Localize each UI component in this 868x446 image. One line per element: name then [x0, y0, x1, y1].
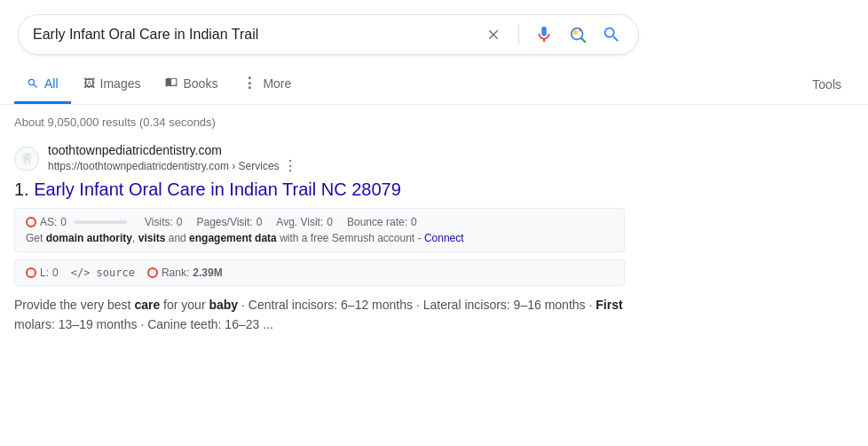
- tab-books[interactable]: Books: [153, 65, 230, 104]
- seo-promo-text3: and: [165, 232, 189, 244]
- seo-circle-2-icon: [26, 267, 36, 278]
- search-bar-container: [0, 0, 868, 64]
- search-input[interactable]: [33, 27, 472, 43]
- snippet-bold-first: First: [596, 298, 622, 312]
- search-tab-icon: [27, 77, 39, 90]
- results-count: About 9,050,000 results (0.34 seconds): [14, 115, 216, 129]
- seo-pages-stat: Pages/Visit: 0: [197, 216, 263, 228]
- seo-as-value: 0: [60, 216, 67, 228]
- tab-more-label: More: [263, 76, 291, 91]
- nav-tabs: All 🖼 Images Books ⋮ More Tools: [0, 64, 868, 105]
- snippet: Provide the very best care for your baby…: [14, 295, 625, 334]
- result-number: 1.: [14, 179, 29, 199]
- seo-promo-bold2: visits: [138, 232, 166, 244]
- seo-promo-bold1: domain authority: [46, 232, 132, 244]
- site-url: https://toothtownpediatricdentistry.com …: [48, 157, 297, 174]
- lens-button[interactable]: [565, 22, 590, 47]
- seo-visits-stat: Visits: 0: [145, 216, 182, 228]
- seo-visits-value: 0: [177, 216, 183, 228]
- favicon: 🦷: [14, 147, 39, 171]
- site-name: toothtownpediatricdentistry.com: [48, 143, 297, 157]
- seo-rank-value: 2.39M: [193, 267, 222, 279]
- books-icon: [165, 76, 178, 88]
- lens-icon: [568, 25, 588, 44]
- seo-as-label: AS:: [40, 216, 57, 228]
- tab-books-label: Books: [183, 76, 217, 91]
- images-tab-icon: 🖼: [83, 76, 95, 90]
- tab-more[interactable]: ⋮ More: [230, 64, 304, 105]
- tab-all-label: All: [44, 76, 59, 91]
- seo-promo-text2: ,: [132, 232, 138, 244]
- seo-rank-label: Rank:: [162, 267, 189, 279]
- seo-stats-row: AS: 0 Visits: 0 Pages/Visit: 0 Avg. Visi…: [26, 216, 613, 228]
- seo-rank-stat: Rank: 2.39M: [147, 267, 223, 279]
- seo-promo-bold3: engagement data: [189, 232, 277, 244]
- results-info: About 9,050,000 results (0.34 seconds): [0, 105, 868, 136]
- vertical-divider: [518, 24, 519, 45]
- seo-promo-text1: Get: [26, 232, 46, 244]
- seo-connect-link[interactable]: Connect: [424, 232, 464, 244]
- seo-pages-value: 0: [256, 216, 263, 228]
- svg-point-1: [573, 30, 579, 36]
- tools-tab[interactable]: Tools: [800, 67, 854, 102]
- snippet-bold-baby: baby: [209, 298, 238, 312]
- favicon-icon: 🦷: [20, 153, 34, 165]
- snippet-text-4: molars: 13–19 months · Canine teeth: 16–…: [14, 317, 273, 331]
- seo-l-stat: L: 0: [26, 267, 59, 279]
- snippet-bold-care: care: [134, 298, 160, 312]
- clear-icon: [485, 27, 501, 43]
- seo-as-stat: AS: 0: [26, 216, 130, 228]
- tab-images[interactable]: 🖼 Images: [71, 66, 154, 104]
- all-tab-icon: [27, 77, 39, 90]
- seo-l-label: L:: [40, 267, 49, 279]
- search-icon: [602, 25, 621, 44]
- site-text: toothtownpediatricdentistry.com https://…: [48, 143, 297, 174]
- result-container: 🦷 toothtownpediatricdentistry.com https:…: [0, 136, 639, 334]
- seo-circle-icon: [26, 217, 36, 227]
- seo-bar-1: AS: 0 Visits: 0 Pages/Visit: 0 Avg. Visi…: [14, 208, 625, 252]
- seo-bounce-label: Bounce rate:: [347, 216, 407, 228]
- snippet-text-3: · Central incisors: 6–12 months · Latera…: [238, 298, 596, 312]
- seo-bar-line: [74, 220, 127, 224]
- seo-pages-label: Pages/Visit:: [197, 216, 253, 228]
- seo-avg-stat: Avg. Visit: 0: [276, 216, 333, 228]
- site-menu-button[interactable]: ⋮: [283, 157, 297, 174]
- search-button[interactable]: [599, 22, 624, 47]
- tab-all[interactable]: All: [14, 66, 71, 104]
- result-title-link[interactable]: 1. Early Infant Oral Care in Indian Trai…: [14, 178, 625, 201]
- source-label: </> source: [71, 267, 135, 279]
- seo-circle-3-icon: [147, 267, 158, 278]
- seo-bounce-stat: Bounce rate: 0: [347, 216, 417, 228]
- books-tab-icon: [165, 76, 178, 91]
- mic-icon: [534, 25, 554, 44]
- site-info: 🦷 toothtownpediatricdentistry.com https:…: [14, 143, 625, 174]
- seo-avg-value: 0: [327, 216, 333, 228]
- more-tab-icon: ⋮: [242, 75, 257, 92]
- seo-bar-2: L: 0 </> source Rank: 2.39M: [14, 259, 625, 286]
- tab-images-label: Images: [100, 76, 141, 91]
- seo-l-value: 0: [52, 267, 59, 279]
- result-title-text: Early Infant Oral Care in Indian Trail N…: [34, 179, 401, 199]
- search-bar: [18, 14, 639, 55]
- clear-button[interactable]: [481, 22, 506, 47]
- seo-avg-label: Avg. Visit:: [276, 216, 323, 228]
- seo-visits-label: Visits:: [145, 216, 173, 228]
- tools-label: Tools: [812, 77, 841, 92]
- snippet-text-1: Provide the very best: [14, 298, 134, 312]
- search-icons: [481, 22, 624, 47]
- seo-bounce-value: 0: [411, 216, 417, 228]
- site-url-text: https://toothtownpediatricdentistry.com …: [48, 160, 280, 172]
- seo-promo-row: Get domain authority, visits and engagem…: [26, 232, 613, 244]
- seo-promo-text4: with a free Semrush account -: [277, 232, 424, 244]
- voice-search-button[interactable]: [532, 22, 556, 47]
- snippet-text-2: for your: [160, 298, 209, 312]
